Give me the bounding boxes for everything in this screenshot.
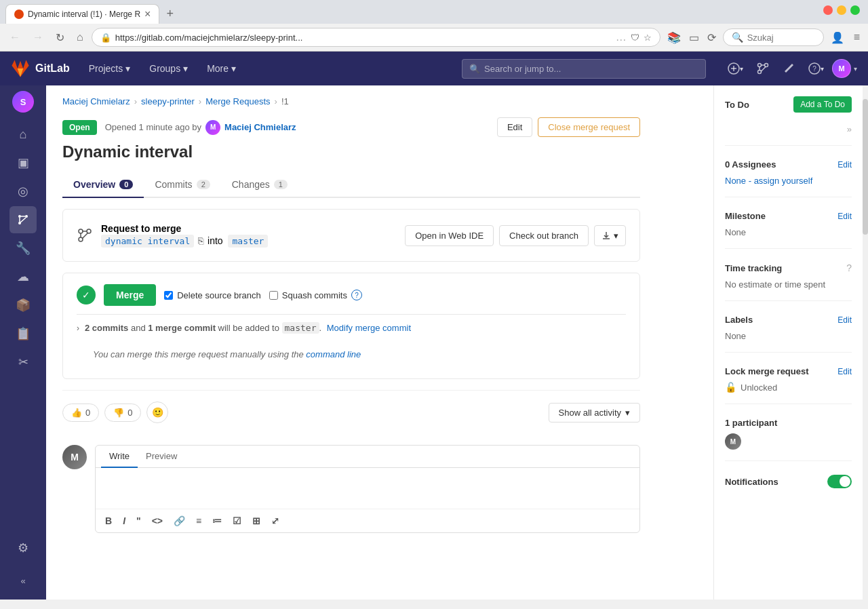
lock-edit-link[interactable]: Edit	[837, 367, 852, 376]
rtm-copy-icon[interactable]: ⎘	[197, 234, 205, 248]
tab-commits[interactable]: Commits 2	[144, 172, 220, 198]
squash-help-icon[interactable]: ?	[351, 290, 362, 300]
library-icon[interactable]: 📚	[665, 28, 684, 47]
sidebar-icon[interactable]: ▭	[686, 28, 702, 47]
mr-author-name[interactable]: Maciej Chmielarz	[224, 122, 296, 132]
bold-button[interactable]: B	[101, 513, 116, 528]
add-reaction-button[interactable]: 🙂	[146, 401, 168, 423]
rtm-target-branch[interactable]: master	[228, 235, 268, 248]
bullet-list-button[interactable]: ≡	[192, 513, 205, 528]
delete-source-checkbox[interactable]	[164, 291, 173, 300]
nav-more[interactable]: More ▾	[199, 58, 244, 79]
nav-groups[interactable]: Groups ▾	[141, 58, 196, 79]
command-line-link[interactable]: command line	[306, 349, 361, 359]
squash-checkbox[interactable]	[269, 291, 278, 300]
fullscreen-button[interactable]: ⤢	[267, 513, 283, 528]
quote-button[interactable]: "	[132, 513, 145, 528]
edit-button[interactable]	[777, 58, 800, 79]
expand-button[interactable]: »	[847, 124, 852, 134]
menu-icon[interactable]: ≡	[851, 28, 863, 46]
gitlab-logo[interactable]: GitLab	[11, 59, 70, 78]
user-chevron[interactable]: ▾	[854, 65, 857, 73]
user-avatar-button[interactable]: M	[832, 59, 851, 78]
sync-icon[interactable]: ⟳	[705, 28, 719, 47]
main-scrollbar[interactable]	[863, 85, 868, 600]
sidebar-issues[interactable]: ◎	[9, 178, 37, 205]
code-button[interactable]: <>	[148, 513, 167, 528]
close-mr-button[interactable]: Close merge request	[538, 117, 640, 137]
modify-merge-commit-link[interactable]: Modify merge commit	[327, 323, 411, 333]
labels-edit-link[interactable]: Edit	[837, 315, 852, 325]
sidebar-snippets-2[interactable]: ✂	[9, 349, 37, 376]
time-tracking-help-icon[interactable]: ?	[846, 262, 852, 273]
plus-button[interactable]: ▾	[722, 58, 749, 79]
sidebar-wiki[interactable]: 📋	[9, 320, 37, 347]
open-web-ide-button[interactable]: Open in Web IDE	[405, 225, 494, 246]
help-button[interactable]: ? ▾	[803, 58, 829, 79]
checkout-branch-button[interactable]: Check out branch	[499, 225, 589, 246]
breadcrumb-author[interactable]: Maciej Chmielarz	[62, 96, 130, 106]
participant-avatar-1[interactable]: M	[725, 433, 741, 450]
sidebar-deployments[interactable]: ☁	[9, 263, 37, 290]
thumbs-down-button[interactable]: 👎 0	[104, 404, 141, 422]
comment-preview-tab[interactable]: Preview	[138, 446, 185, 468]
more-options-icon[interactable]: …	[616, 31, 627, 43]
sidebar-snippets[interactable]: ▣	[9, 149, 37, 176]
download-button[interactable]: ▾	[594, 225, 626, 246]
gitlab-app: GitLab Projects ▾ Groups ▾ More ▾ 🔍 Sear…	[0, 52, 868, 600]
new-tab-button[interactable]: +	[161, 4, 179, 24]
browser-search-bar[interactable]: 🔍	[723, 28, 824, 46]
rtm-source-branch[interactable]: dynamic interval	[101, 235, 194, 248]
numbered-list-button[interactable]: ≔	[208, 513, 226, 528]
add-todo-button[interactable]: Add a To Do	[793, 96, 852, 113]
sidebar-merge-requests[interactable]	[9, 206, 37, 233]
sidebar-user-icon[interactable]: S	[12, 91, 34, 113]
gitlab-search[interactable]: 🔍 Search or jump to...	[462, 59, 706, 79]
star-icon[interactable]: ☆	[644, 33, 652, 43]
sidebar-home[interactable]: ⌂	[9, 121, 37, 148]
breadcrumb-project[interactable]: sleepy-printer	[141, 96, 195, 106]
sidebar-packages[interactable]: 📦	[9, 292, 37, 319]
nav-projects[interactable]: Projects ▾	[81, 58, 139, 79]
window-close-button[interactable]	[823, 5, 833, 15]
address-bar[interactable]: 🔒 https://gitlab.com/maciejchmielarz/sle…	[92, 28, 660, 47]
breadcrumb-mrs[interactable]: Merge Requests	[205, 96, 270, 106]
comment-textarea-area[interactable]	[96, 468, 639, 509]
assignees-edit-link[interactable]: Edit	[837, 160, 852, 170]
sidebar-ci-cd[interactable]: 🔧	[9, 235, 37, 262]
home-button[interactable]: ⌂	[73, 28, 87, 46]
participants-section: 1 participant M	[725, 418, 852, 461]
reload-button[interactable]: ↻	[52, 28, 68, 47]
commits-toggle[interactable]: › 2 commits and 1 merge commit will be a…	[77, 323, 626, 333]
delete-source-option[interactable]: Delete source branch	[164, 290, 261, 300]
window-maximize-button[interactable]	[850, 5, 860, 15]
table-button[interactable]: ⊞	[248, 513, 264, 528]
link-button[interactable]: 🔗	[170, 513, 189, 528]
scrollbar-thumb[interactable]	[863, 99, 868, 235]
notifications-toggle[interactable]: ✓	[827, 475, 852, 488]
comment-write-tab[interactable]: Write	[101, 446, 138, 468]
milestone-edit-link[interactable]: Edit	[837, 212, 852, 221]
show-activity-button[interactable]: Show all activity ▾	[549, 403, 640, 423]
back-button[interactable]: ←	[5, 28, 24, 46]
search-input[interactable]	[747, 33, 815, 43]
tab-changes[interactable]: Changes 1	[221, 172, 298, 198]
merge-button[interactable]: Merge	[104, 284, 156, 306]
merges-button[interactable]	[751, 58, 774, 79]
forward-button[interactable]: →	[28, 28, 47, 46]
sidebar-settings[interactable]: ⚙	[9, 534, 37, 562]
task-list-button[interactable]: ☑	[229, 513, 245, 528]
edit-button[interactable]: Edit	[497, 117, 532, 137]
bookmark-icon[interactable]: 🛡	[631, 33, 639, 43]
tab-close-button[interactable]: ×	[144, 9, 151, 20]
extensions-icon[interactable]: 👤	[828, 28, 847, 47]
sidebar-collapse[interactable]: «	[9, 567, 37, 594]
squash-option[interactable]: Squash commits ?	[269, 290, 362, 300]
italic-button[interactable]: I	[119, 513, 130, 528]
assignees-value[interactable]: None - assign yourself	[725, 176, 812, 186]
thumbs-up-button[interactable]: 👍 0	[62, 404, 99, 422]
tab-overview[interactable]: Overview 0	[62, 172, 144, 198]
browser-tab[interactable]: Dynamic interval (!1) · Merge R ×	[5, 4, 159, 24]
gitlab-navbar: GitLab Projects ▾ Groups ▾ More ▾ 🔍 Sear…	[0, 52, 868, 85]
window-minimize-button[interactable]	[837, 5, 846, 15]
